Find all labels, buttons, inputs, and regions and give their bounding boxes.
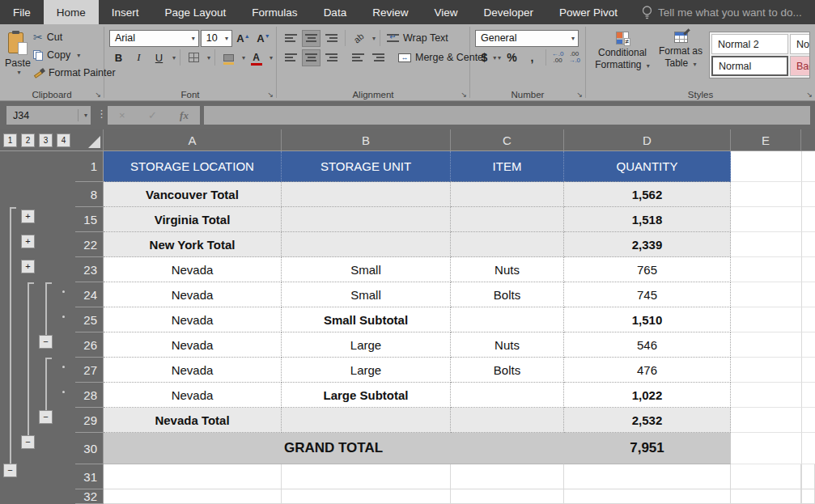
currency-dropdown-icon[interactable]: ▾ xyxy=(498,54,501,61)
column-header-D[interactable]: D xyxy=(564,129,731,151)
cell-A29[interactable]: Nevada Total xyxy=(104,408,282,433)
cell-E27[interactable] xyxy=(731,358,801,383)
cell-F24[interactable] xyxy=(801,282,815,307)
cell-C1[interactable]: ITEM xyxy=(451,151,564,182)
align-middle-button[interactable] xyxy=(302,30,320,47)
font-family-select[interactable]: Arial ▾ xyxy=(109,30,199,47)
cell-D28[interactable]: 1,022 xyxy=(564,383,731,408)
outline-level-4-button[interactable]: 4 xyxy=(57,133,70,147)
cell-A22[interactable]: New York Total xyxy=(104,232,282,257)
tab-view[interactable]: View xyxy=(421,0,470,24)
cell-F15[interactable] xyxy=(801,207,815,232)
tab-review[interactable]: Review xyxy=(359,0,421,24)
cell-D32[interactable] xyxy=(564,489,731,504)
increase-indent-button[interactable] xyxy=(369,49,388,66)
column-header-C[interactable]: C xyxy=(451,129,564,151)
cell-B8[interactable] xyxy=(282,182,451,207)
cell-C32[interactable] xyxy=(451,489,564,504)
cell-A15[interactable]: Virginia Total xyxy=(104,207,282,232)
cell-E26[interactable] xyxy=(731,332,801,358)
cell-F29[interactable] xyxy=(801,408,815,433)
cell-B15[interactable] xyxy=(282,207,451,232)
tab-file[interactable]: File xyxy=(0,0,44,24)
row-header-27[interactable]: 27 xyxy=(75,358,104,383)
cell-E1[interactable] xyxy=(731,151,801,182)
tab-developer[interactable]: Developer xyxy=(470,0,546,24)
row-header-22[interactable]: 22 xyxy=(75,232,104,257)
tab-data[interactable]: Data xyxy=(311,0,360,24)
cell-A27[interactable]: Nevada xyxy=(104,358,282,383)
cell-D22[interactable]: 2,339 xyxy=(564,232,731,257)
shrink-font-button[interactable]: A▼ xyxy=(254,30,273,47)
style-bad[interactable]: Bad xyxy=(790,56,810,76)
comma-style-button[interactable]: , xyxy=(523,49,541,66)
column-header-A[interactable]: A xyxy=(104,129,282,151)
cancel-icon[interactable]: × xyxy=(119,109,125,121)
cell-B27[interactable]: Large xyxy=(282,358,451,383)
cell-E31[interactable] xyxy=(731,464,801,489)
align-bottom-button[interactable] xyxy=(322,30,341,47)
cell-B1[interactable]: STORAGE UNIT xyxy=(282,151,451,182)
collapse-button-row30[interactable]: − xyxy=(3,464,17,477)
formula-input[interactable] xyxy=(204,106,810,125)
cell-D26[interactable]: 546 xyxy=(564,332,731,358)
cell-D8[interactable]: 1,562 xyxy=(564,182,731,207)
cell-F22[interactable] xyxy=(801,232,815,257)
cell-C15[interactable] xyxy=(451,207,564,232)
tab-power-pivot[interactable]: Power Pivot xyxy=(546,0,630,24)
italic-button[interactable]: I xyxy=(129,49,148,66)
align-right-button[interactable] xyxy=(322,49,341,66)
column-header-E[interactable]: E xyxy=(731,129,801,151)
currency-button[interactable]: $ xyxy=(475,49,494,66)
grow-font-button[interactable]: A▲ xyxy=(234,30,253,47)
styles-dialog-launcher[interactable]: ↘ xyxy=(806,91,813,99)
cell-B24[interactable]: Small xyxy=(282,282,451,307)
cell-B22[interactable] xyxy=(282,232,451,257)
cell-E30[interactable] xyxy=(731,433,801,464)
cell-F1[interactable] xyxy=(801,151,815,182)
name-box[interactable]: J34 ▾ xyxy=(6,106,91,125)
cell-F8[interactable] xyxy=(801,182,815,207)
cell-B32[interactable] xyxy=(282,489,451,504)
enter-icon[interactable]: ✓ xyxy=(148,109,157,121)
increase-decimal-button[interactable]: ←.0 .00 xyxy=(550,49,566,66)
cell-E28[interactable] xyxy=(731,383,801,408)
cell-D27[interactable]: 476 xyxy=(564,358,731,383)
cell-F27[interactable] xyxy=(801,358,815,383)
align-center-button[interactable] xyxy=(302,49,320,66)
row-header-1[interactable]: 1 xyxy=(75,151,104,182)
cell-C23[interactable]: Nuts xyxy=(451,257,564,282)
underline-dropdown-icon[interactable]: ▾ xyxy=(172,54,176,61)
cell-F25[interactable] xyxy=(801,307,815,332)
cell-E32[interactable] xyxy=(731,489,801,504)
cell-C24[interactable]: Bolts xyxy=(451,282,564,307)
borders-dropdown-icon[interactable]: ▾ xyxy=(207,54,210,61)
wrap-text-button[interactable]: ↵ Wrap Text xyxy=(384,29,451,47)
cell-A32[interactable] xyxy=(104,489,282,504)
cell-B23[interactable]: Small xyxy=(282,257,451,282)
orientation-dropdown-icon[interactable]: ▾ xyxy=(372,35,376,42)
align-left-button[interactable] xyxy=(282,49,300,66)
cell-D30[interactable]: 7,951 xyxy=(564,433,731,464)
outline-level-2-button[interactable]: 2 xyxy=(21,133,35,147)
cell-F31[interactable] xyxy=(801,464,815,489)
cell-E23[interactable] xyxy=(731,257,801,282)
cell-D29[interactable]: 2,532 xyxy=(564,408,731,433)
outline-level-3-button[interactable]: 3 xyxy=(39,133,53,147)
cell-A23[interactable]: Nevada xyxy=(104,257,282,282)
font-dialog-launcher[interactable]: ↘ xyxy=(267,91,274,99)
cell-E22[interactable] xyxy=(731,232,801,257)
cell-D31[interactable] xyxy=(564,464,731,489)
cell-A28[interactable]: Nevada xyxy=(104,383,282,408)
cell-A8[interactable]: Vancouver Total xyxy=(104,182,282,207)
number-dialog-launcher[interactable]: ↘ xyxy=(576,91,583,99)
tab-insert[interactable]: Insert xyxy=(99,0,152,24)
cell-A31[interactable] xyxy=(104,464,282,489)
cell-F30[interactable] xyxy=(801,433,815,464)
column-header-F-partial[interactable] xyxy=(801,129,815,151)
paste-button[interactable]: Paste ▾ xyxy=(5,28,31,87)
cell-D23[interactable]: 765 xyxy=(564,257,731,282)
cell-B31[interactable] xyxy=(282,464,451,489)
cell-A25[interactable]: Nevada xyxy=(104,307,282,332)
expand-button-row8[interactable]: + xyxy=(21,210,35,223)
